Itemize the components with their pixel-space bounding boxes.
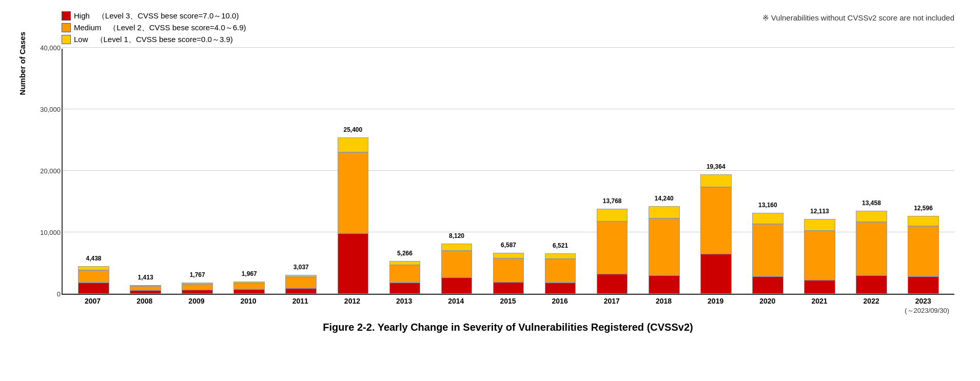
bar-stack: 14,240: [649, 206, 680, 294]
legend-item-medium: Medium （Level 2、CVSS bese score=4.0～6.9): [62, 23, 246, 33]
bar-total-label: 1,413: [138, 274, 153, 281]
bar-total-label: 5,266: [397, 250, 413, 257]
bar-group: 12,113: [794, 219, 846, 293]
bar-group: 1,413: [120, 285, 171, 294]
bar-group: 6,587: [483, 253, 535, 293]
bar-stack: 13,160: [752, 213, 783, 294]
bar-total-label: 12,113: [810, 208, 829, 215]
bar-total-label: 1,967: [242, 270, 257, 277]
legend-item-low: Low （Level 1、CVSS bese score=0.0～3.9): [62, 35, 246, 45]
x-axis-label: 2010: [223, 297, 275, 305]
bar-group: 13,458: [846, 211, 897, 293]
x-axis-label: 2018: [638, 297, 690, 305]
bar-seg-medium: [700, 187, 732, 254]
bar-total-label: 13,160: [758, 202, 777, 209]
bar-seg-low: [493, 253, 524, 258]
bar-group: 14,240: [638, 206, 690, 294]
bar-total-label: 25,400: [343, 126, 362, 133]
legend-color-low: [62, 35, 71, 44]
y-tick-label: 40,000: [37, 44, 61, 52]
bar-seg-high: [545, 283, 576, 294]
bar-seg-low: [441, 244, 473, 250]
bar-seg-high: [597, 274, 628, 293]
bar-seg-low: [597, 209, 628, 222]
x-axis-label: 2020: [741, 297, 793, 305]
bar-seg-low: [804, 219, 835, 231]
x-axis-label: 2008: [119, 297, 170, 305]
bar-group: 19,364: [690, 174, 742, 293]
bar-stack: 12,113: [804, 219, 835, 293]
x-axis-label: 2019: [690, 297, 741, 305]
bar-seg-medium: [285, 277, 317, 288]
bar-stack: 4,438: [78, 266, 109, 293]
legend-item-high: High （Level 3、CVSS bese score=7.0～10.0): [62, 11, 246, 21]
legend-label-high: High （Level 3、CVSS bese score=7.0～10.0): [74, 11, 239, 21]
x-sublabel: (～2023/09/30): [62, 306, 954, 315]
bar-seg-low: [856, 211, 887, 222]
bar-total-label: 19,364: [707, 163, 726, 170]
bar-group: 13,768: [586, 209, 638, 293]
bar-seg-high: [700, 254, 732, 294]
bar-stack: 6,587: [493, 253, 524, 293]
bar-group: 12,596: [897, 216, 949, 293]
x-axis-label: 2021: [793, 297, 845, 305]
bar-seg-medium: [908, 226, 939, 276]
bar-seg-high: [908, 276, 939, 294]
bar-stack: 3,037: [285, 275, 317, 293]
bar-stack: 12,596: [908, 216, 939, 293]
bar-group: 8,120: [430, 244, 482, 293]
bar-seg-high: [389, 283, 421, 294]
y-gridline: [63, 47, 954, 48]
x-axis-label: 2022: [846, 297, 897, 305]
bar-total-label: 4,438: [86, 255, 102, 262]
bar-seg-low: [389, 261, 421, 265]
bar-total-label: 6,587: [501, 242, 516, 249]
y-tick-label: 20,000: [37, 167, 61, 175]
bar-seg-high: [649, 275, 680, 294]
bar-seg-medium: [804, 231, 835, 280]
bar-seg-medium: [78, 270, 109, 283]
bar-seg-low: [545, 253, 576, 259]
bar-stack: 13,458: [856, 211, 887, 293]
bar-seg-low: [752, 213, 783, 224]
bar-seg-high: [752, 276, 783, 294]
bar-seg-low: [649, 206, 680, 218]
legend-note-row: High （Level 3、CVSS bese score=7.0～10.0) …: [62, 11, 954, 45]
x-axis-label: 2011: [275, 297, 326, 305]
x-axis-label: 2009: [170, 297, 222, 305]
bar-group: 13,160: [742, 213, 794, 294]
bar-stack: 13,768: [597, 209, 628, 293]
bar-seg-high: [285, 288, 317, 294]
bar-stack: 25,400: [338, 137, 369, 294]
bar-seg-high: [804, 280, 835, 293]
bar-seg-medium: [441, 251, 473, 278]
x-axis-label: 2013: [378, 297, 430, 305]
bar-group: 3,037: [275, 275, 327, 293]
bar-total-label: 12,596: [914, 205, 933, 212]
bar-seg-medium: [389, 265, 421, 283]
legend-color-medium: [62, 23, 71, 32]
x-axis-label: 2023: [897, 297, 949, 305]
bar-total-label: 1,767: [190, 271, 205, 278]
bar-seg-medium: [130, 286, 161, 290]
bar-group: 1,967: [223, 282, 275, 294]
bar-seg-medium: [545, 259, 576, 283]
bar-seg-high: [493, 282, 524, 294]
bar-stack: 1,413: [130, 285, 161, 294]
y-tick-label: 30,000: [37, 106, 61, 113]
x-labels: 2007200820092010201120122013201420152016…: [62, 297, 954, 305]
bar-seg-low: [338, 137, 369, 152]
bar-seg-medium: [649, 218, 680, 275]
bar-seg-high: [182, 290, 213, 294]
bar-seg-medium: [338, 152, 369, 233]
bar-stack: 8,120: [441, 244, 473, 293]
legend-label-low: Low （Level 1、CVSS bese score=0.0～3.9): [74, 35, 233, 45]
bar-stack: 6,521: [545, 253, 576, 293]
legend: High （Level 3、CVSS bese score=7.0～10.0) …: [62, 11, 246, 45]
x-axis-label: 2017: [586, 297, 638, 305]
bar-seg-medium: [182, 284, 213, 290]
y-tick-label: 0: [37, 290, 61, 298]
chart-container: High （Level 3、CVSS bese score=7.0～10.0) …: [15, 6, 965, 375]
bar-seg-medium: [493, 258, 524, 282]
bar-seg-high: [130, 290, 161, 294]
